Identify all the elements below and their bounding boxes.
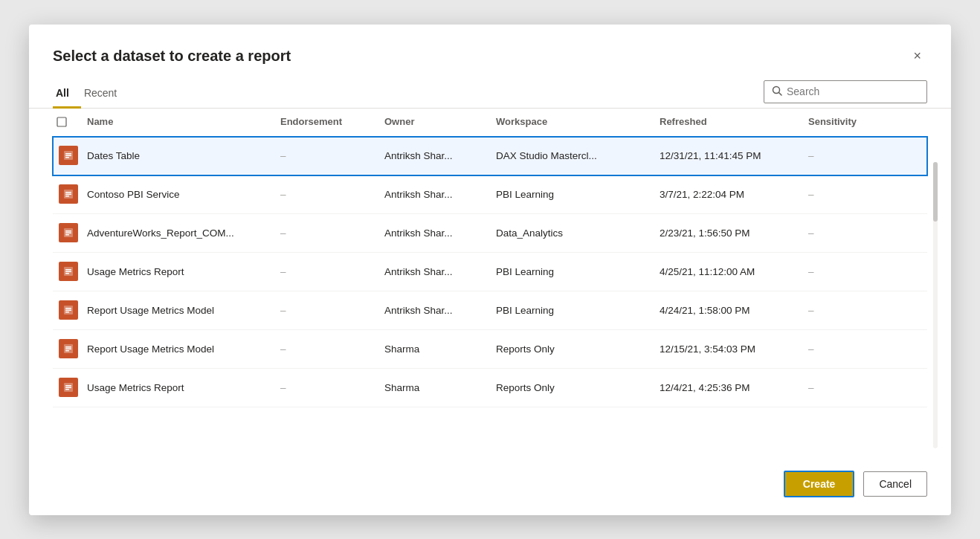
table-body: Dates Table – Antriksh Shar... DAX Studi… xyxy=(53,137,927,407)
row-icon xyxy=(53,223,84,242)
table-header: Name Endorsement Owner Workspace Refresh… xyxy=(53,109,927,137)
svg-rect-8 xyxy=(65,192,71,193)
col-icon xyxy=(53,116,84,130)
row-workspace: DAX Studio Mastercl... xyxy=(493,150,657,161)
row-workspace: Reports Only xyxy=(493,343,657,355)
row-name: Report Usage Metrics Model xyxy=(84,343,277,355)
search-box[interactable] xyxy=(764,80,927,103)
row-owner: Antriksh Shar... xyxy=(381,189,493,200)
svg-rect-26 xyxy=(65,350,69,352)
table-row[interactable]: Dates Table – Antriksh Shar... DAX Studi… xyxy=(53,137,927,175)
row-owner: Antriksh Shar... xyxy=(381,266,493,277)
row-sensitivity: – xyxy=(805,382,894,393)
scrollbar-thumb[interactable] xyxy=(933,162,938,222)
scrollbar-track[interactable] xyxy=(933,162,938,448)
row-sensitivity: – xyxy=(805,266,894,277)
svg-rect-25 xyxy=(65,349,71,350)
row-icon xyxy=(53,184,84,204)
row-refreshed: 12/31/21, 11:41:45 PM xyxy=(657,150,805,161)
tabs: All Recent xyxy=(53,81,129,108)
dataset-icon xyxy=(59,146,78,165)
col-name: Name xyxy=(84,116,277,130)
row-endorsement: – xyxy=(277,227,381,239)
svg-rect-4 xyxy=(65,153,71,155)
row-owner: Sharma xyxy=(381,382,493,393)
svg-line-1 xyxy=(779,92,782,95)
row-icon xyxy=(53,146,84,165)
row-workspace: Data_Analytics xyxy=(493,227,657,239)
row-icon xyxy=(53,378,84,397)
row-icon xyxy=(53,262,84,281)
row-name: Contoso PBI Service xyxy=(84,189,277,200)
search-icon xyxy=(772,85,782,98)
table-row[interactable]: Contoso PBI Service – Antriksh Shar... P… xyxy=(53,175,927,214)
row-endorsement: – xyxy=(277,382,381,393)
dialog: Select a dataset to create a report × Al… xyxy=(29,25,951,515)
dialog-title: Select a dataset to create a report xyxy=(53,48,291,65)
row-workspace: PBI Learning xyxy=(493,305,657,316)
row-owner: Sharma xyxy=(381,343,493,355)
row-owner: Antriksh Shar... xyxy=(381,150,493,161)
row-sensitivity: – xyxy=(805,227,894,239)
row-endorsement: – xyxy=(277,150,381,161)
svg-rect-29 xyxy=(65,387,71,389)
row-name: Usage Metrics Report xyxy=(84,266,277,277)
create-button[interactable]: Create xyxy=(784,471,855,497)
tab-recent[interactable]: Recent xyxy=(81,81,129,109)
row-owner: Antriksh Shar... xyxy=(381,227,493,239)
dataset-icon xyxy=(59,378,78,397)
col-owner: Owner xyxy=(381,116,493,130)
row-sensitivity: – xyxy=(805,343,894,355)
dataset-icon xyxy=(59,184,78,204)
cancel-button[interactable]: Cancel xyxy=(863,471,927,497)
close-button[interactable]: × xyxy=(907,45,927,67)
row-icon xyxy=(53,339,84,358)
row-name: Dates Table xyxy=(84,150,277,161)
svg-rect-30 xyxy=(65,389,69,390)
search-input[interactable] xyxy=(787,85,919,97)
col-workspace: Workspace xyxy=(493,116,657,130)
table-area: Name Endorsement Owner Workspace Refresh… xyxy=(29,109,951,457)
svg-rect-18 xyxy=(65,273,69,274)
svg-rect-22 xyxy=(65,312,69,313)
row-refreshed: 12/4/21, 4:25:36 PM xyxy=(657,382,805,393)
svg-rect-28 xyxy=(65,385,71,387)
dataset-icon xyxy=(59,223,78,242)
svg-rect-13 xyxy=(65,233,71,234)
row-refreshed: 4/24/21, 1:58:00 PM xyxy=(657,305,805,316)
svg-rect-21 xyxy=(65,310,71,312)
svg-rect-9 xyxy=(65,194,71,196)
svg-rect-20 xyxy=(65,308,71,309)
row-refreshed: 3/7/21, 2:22:04 PM xyxy=(657,189,805,200)
row-refreshed: 2/23/21, 1:56:50 PM xyxy=(657,227,805,239)
tabs-row: All Recent xyxy=(29,67,951,109)
dialog-header: Select a dataset to create a report × xyxy=(29,25,951,67)
row-sensitivity: – xyxy=(805,150,894,161)
row-endorsement: – xyxy=(277,305,381,316)
col-endorsement: Endorsement xyxy=(277,116,381,130)
row-icon xyxy=(53,300,84,320)
svg-rect-24 xyxy=(65,346,71,348)
dialog-footer: Create Cancel xyxy=(29,457,951,515)
table-row[interactable]: Usage Metrics Report – Antriksh Shar... … xyxy=(53,253,927,291)
svg-rect-14 xyxy=(65,234,69,236)
table-row[interactable]: Report Usage Metrics Model – Sharma Repo… xyxy=(53,330,927,369)
table-row[interactable]: Usage Metrics Report – Sharma Reports On… xyxy=(53,369,927,407)
svg-rect-12 xyxy=(65,230,71,232)
col-refreshed: Refreshed xyxy=(657,116,805,130)
svg-rect-17 xyxy=(65,271,71,273)
svg-rect-5 xyxy=(65,155,71,157)
dataset-icon xyxy=(59,262,78,281)
table-row[interactable]: AdventureWorks_Report_COM... – Antriksh … xyxy=(53,214,927,253)
tab-all[interactable]: All xyxy=(53,81,81,109)
row-name: AdventureWorks_Report_COM... xyxy=(84,227,277,239)
svg-rect-2 xyxy=(57,117,66,126)
dataset-icon xyxy=(59,300,78,320)
row-workspace: Reports Only xyxy=(493,382,657,393)
svg-rect-6 xyxy=(65,157,69,158)
svg-rect-10 xyxy=(65,196,69,197)
row-refreshed: 4/25/21, 11:12:00 AM xyxy=(657,266,805,277)
table-row[interactable]: Report Usage Metrics Model – Antriksh Sh… xyxy=(53,291,927,330)
row-sensitivity: – xyxy=(805,305,894,316)
col-sensitivity: Sensitivity xyxy=(805,116,894,130)
